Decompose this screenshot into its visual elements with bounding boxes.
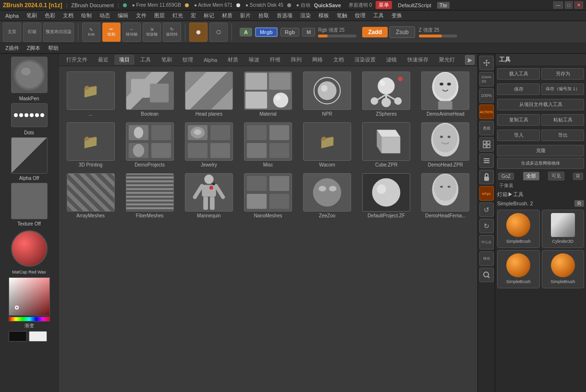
- rot-ccw-btn[interactable]: ↺: [479, 202, 494, 217]
- lightbox-button[interactable]: 灯箱: [23, 23, 41, 42]
- scale-button[interactable]: ⇲ 缩放轴: [143, 23, 161, 42]
- alpha-thumb[interactable]: [11, 137, 48, 174]
- center-btn[interactable]: 中心点: [479, 235, 494, 249]
- project-item-cube[interactable]: Cube.ZPR: [358, 121, 415, 169]
- tte-label[interactable]: Tte: [437, 2, 450, 9]
- menu-brush[interactable]: 笔刷: [23, 11, 40, 20]
- hue-bar[interactable]: [9, 317, 50, 321]
- circle-tool-button[interactable]: ○: [209, 23, 228, 42]
- zoom3-btn[interactable]: [479, 268, 494, 282]
- load-from-project-btn[interactable]: 从项目文件载入工具: [497, 99, 584, 110]
- quicksave-btn[interactable]: QuickSave: [314, 2, 341, 8]
- r-label-right[interactable]: R: [574, 200, 584, 207]
- project-item-boolean[interactable]: Boolean: [122, 70, 178, 118]
- menu-render[interactable]: 渲染: [297, 11, 314, 20]
- perspective-btn[interactable]: 透视: [479, 121, 494, 135]
- tab-fiber[interactable]: 纤维: [265, 55, 285, 65]
- project-item-wacom[interactable]: Wacom: [299, 121, 355, 169]
- move-button[interactable]: ↔ 移动轴: [122, 23, 141, 42]
- menu-zplugin[interactable]: Z插件: [2, 44, 23, 53]
- grid-btn[interactable]: [479, 137, 494, 152]
- tab-open-file[interactable]: 打开文件: [61, 55, 92, 65]
- project-item-zeezoo[interactable]: ZeeZoo: [299, 172, 355, 220]
- brush-card-cylinder3d[interactable]: Cylinder3D: [542, 210, 585, 248]
- tab-texture[interactable]: 纹理: [178, 55, 198, 65]
- project-item-demoanime[interactable]: DemoAnimeHead: [417, 70, 474, 118]
- project-item-misc[interactable]: Misc: [240, 121, 296, 169]
- menu-stroke[interactable]: 笔触: [333, 11, 351, 20]
- brush-card-simplebrush3[interactable]: SimpleBrush: [542, 250, 585, 288]
- texture-thumb[interactable]: [11, 183, 48, 219]
- tab-material[interactable]: 材质: [223, 55, 243, 65]
- align-btn[interactable]: [479, 154, 494, 168]
- menu-macro[interactable]: 宏: [187, 11, 199, 20]
- generate-subdiv-btn[interactable]: 生成多边形网格物体: [497, 158, 584, 169]
- project-item-defaultproject[interactable]: DefaultProject.ZF: [358, 172, 415, 220]
- rgb-button[interactable]: Rgb: [281, 28, 299, 36]
- r-btn-right[interactable]: R: [573, 173, 583, 180]
- restore-btn[interactable]: □: [565, 1, 573, 9]
- rotate-button[interactable]: ↻ 旋转转: [163, 23, 181, 42]
- project-item-mannequin[interactable]: Mannequin: [181, 172, 237, 220]
- project-item-array[interactable]: ArrayMeshes: [62, 172, 119, 220]
- paste-tool-btn[interactable]: 粘贴工具: [541, 114, 584, 126]
- tab-tool[interactable]: 工具: [135, 55, 156, 65]
- project-item-demohead[interactable]: DemoHead.ZPR: [417, 121, 474, 169]
- move-icon-btn[interactable]: [479, 56, 494, 70]
- zadd-button[interactable]: Zadd: [362, 27, 388, 37]
- menu-draw[interactable]: 绘制: [78, 11, 95, 20]
- tabs-scroll-right[interactable]: ▶: [465, 55, 475, 65]
- color-picker[interactable]: 渐变: [8, 276, 51, 343]
- color-gradient-area[interactable]: [9, 277, 50, 316]
- tab-array[interactable]: 阵列: [286, 55, 306, 65]
- menu-texture[interactable]: 纹理: [352, 11, 369, 20]
- home-button[interactable]: 主页: [3, 23, 21, 42]
- project-item-printing[interactable]: 3D Printing: [62, 121, 119, 169]
- m-button[interactable]: M: [302, 28, 315, 36]
- menu-color[interactable]: 色彩: [41, 11, 59, 20]
- tab-recent[interactable]: 最近: [93, 55, 113, 65]
- project-item-demoheadfemale[interactable]: DemoHeadFema...: [417, 172, 474, 220]
- menu-pickup[interactable]: 拾取: [255, 11, 272, 20]
- minimize-btn[interactable]: —: [553, 1, 563, 9]
- menu-zscript[interactable]: Z脚本: [24, 44, 44, 53]
- project-item-material[interactable]: Material: [240, 70, 296, 118]
- rot-cw-btn[interactable]: ↻: [479, 219, 494, 233]
- matcap-thumb[interactable]: [11, 230, 48, 267]
- all-btn[interactable]: 全部: [523, 172, 539, 180]
- save-with-btn[interactable]: 保存（编号加 1）: [541, 83, 584, 95]
- tab-brush[interactable]: 笔刷: [157, 55, 177, 65]
- draw-button[interactable]: ✏ 绘制: [102, 23, 121, 42]
- tab-project[interactable]: 项目: [114, 55, 134, 65]
- black-swatch[interactable]: [9, 331, 27, 342]
- menu-help[interactable]: 帮助: [45, 44, 62, 53]
- menu-alpha[interactable]: Alpha: [2, 12, 22, 20]
- zoom100-btn[interactable]: 100%: [479, 88, 494, 103]
- project-item-demoprojects[interactable]: DemoProjects: [122, 121, 178, 169]
- brush-preview[interactable]: [11, 57, 48, 93]
- export-btn[interactable]: 导出: [541, 130, 584, 141]
- edit-button[interactable]: ✎ Edit: [82, 23, 100, 42]
- dots-preview[interactable]: [11, 103, 48, 127]
- brush-card-simplebrush2[interactable]: SimpleBrush: [497, 250, 540, 288]
- project-item-jewelry[interactable]: Jewelry: [181, 121, 237, 169]
- project-item-headplanes[interactable]: Head planes: [181, 70, 237, 118]
- close-btn[interactable]: ✕: [574, 1, 583, 9]
- menu-movie[interactable]: 影片: [237, 11, 254, 20]
- save-as-btn[interactable]: 另存为: [541, 68, 584, 80]
- tab-quicksave[interactable]: 快速保存: [403, 55, 433, 65]
- menu-transform[interactable]: 变换: [388, 11, 405, 20]
- z-strength-slider[interactable]: [419, 35, 457, 37]
- menu-material[interactable]: 材质: [219, 11, 236, 20]
- menu-template[interactable]: 模板: [315, 11, 332, 20]
- project-item-npr[interactable]: NPR: [299, 70, 355, 118]
- menu-tool[interactable]: 工具: [370, 11, 387, 20]
- tab-spotlight[interactable]: 聚光灯: [434, 55, 460, 65]
- goz-btn[interactable]: GoZ: [498, 173, 514, 180]
- a-button[interactable]: A: [240, 28, 252, 36]
- zoom2d-btn[interactable]: Zoom2D: [479, 72, 494, 86]
- save-btn[interactable]: 保存: [497, 83, 540, 95]
- tab-filter[interactable]: 滤镜: [381, 55, 402, 65]
- project-item-zspheres[interactable]: ZSpheres: [358, 70, 415, 118]
- tab-render-settings[interactable]: 渲染设置: [350, 55, 380, 65]
